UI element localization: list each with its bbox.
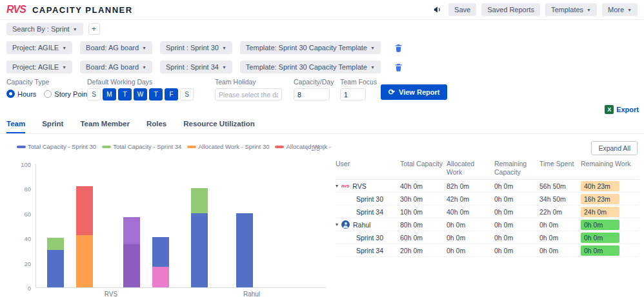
template-dropdown[interactable]: Template: Sprint 30 Capacity Template▼ bbox=[240, 61, 381, 73]
legend-swatch bbox=[187, 146, 196, 148]
filter-row-sprint-34: Project: AGILE▼ Board: AG board▼ Sprint … bbox=[6, 61, 403, 73]
y-axis-tick: 80 bbox=[0, 186, 31, 193]
template-label: Template: Sprint 30 Capacity Template bbox=[246, 63, 367, 71]
legend-item-total-capacity-sprint-34[interactable]: Total Capacity - Sprint 34 bbox=[102, 143, 181, 150]
remaining-capacity-cell: 0h 0m bbox=[494, 234, 539, 242]
legend-prev-arrow[interactable]: ‹ bbox=[306, 144, 308, 152]
table-row: Sprint 3060h 0m0h 0m0h 0m0h 0m0h 0m bbox=[336, 231, 639, 244]
capacity-per-day-label: Capacity/Day bbox=[294, 78, 334, 86]
caret-down-icon[interactable]: ▾ bbox=[336, 183, 338, 189]
legend-next-arrow[interactable]: › bbox=[323, 144, 325, 152]
total-capacity-cell: 20h 0m bbox=[400, 247, 447, 254]
app-logo: RVS bbox=[6, 4, 26, 15]
excel-icon: X bbox=[605, 105, 614, 114]
legend-item-total-capacity-sprint-30[interactable]: Total Capacity - Sprint 30 bbox=[17, 143, 96, 150]
view-report-button[interactable]: ⟳ View Report bbox=[381, 84, 447, 100]
bar-time-spent-segment bbox=[123, 244, 140, 287]
caret-down-icon[interactable]: ▾ bbox=[336, 222, 338, 227]
chevron-down-icon: ▼ bbox=[370, 65, 375, 70]
tab-resource-utilization[interactable]: Resource Utilization bbox=[183, 120, 255, 133]
day-button-1[interactable]: M bbox=[103, 88, 116, 101]
legend-label: Total Capacity - Sprint 30 bbox=[28, 143, 96, 150]
more-button[interactable]: More▼ bbox=[602, 3, 638, 16]
trash-icon[interactable] bbox=[394, 62, 403, 72]
chevron-down-icon: ▼ bbox=[62, 65, 66, 70]
sprint-label: Sprint : Sprint 30 bbox=[166, 44, 219, 52]
bar-allocated-work-segment bbox=[76, 235, 93, 287]
y-axis-tick: 20 bbox=[0, 260, 31, 267]
capacity-type-label: Capacity Type bbox=[6, 78, 93, 86]
bar-remaining-capacity-segment bbox=[236, 213, 253, 287]
trash-icon[interactable] bbox=[394, 43, 403, 53]
time-spent-cell: 0h 0m bbox=[539, 247, 581, 254]
column-header-remaining-capacity: Remaining Capacity bbox=[494, 160, 539, 176]
y-axis-tick: 100 bbox=[0, 161, 31, 168]
export-button[interactable]: X Export bbox=[605, 105, 639, 114]
expand-all-button[interactable]: Expand All bbox=[591, 141, 638, 155]
templates-button[interactable]: Templates▼ bbox=[545, 3, 597, 16]
capacity-planner-app: RVS Capacity Planner Save Saved Reports … bbox=[0, 0, 644, 297]
tab-team-member[interactable]: Team Member bbox=[80, 120, 129, 133]
day-button-2[interactable]: T bbox=[118, 88, 132, 101]
column-header-remaining-work: Remaining Work bbox=[581, 160, 635, 168]
sprint-dropdown[interactable]: Sprint : Sprint 34▼ bbox=[160, 61, 232, 73]
sprint-label: Sprint : Sprint 34 bbox=[166, 63, 219, 71]
tab-roles[interactable]: Roles bbox=[146, 120, 166, 133]
table-body: ▾RVSRVS40h 0m82h 0m0h 0m56h 50m40h 23mSp… bbox=[336, 180, 639, 257]
project-dropdown[interactable]: Project: AGILE▼ bbox=[6, 61, 72, 73]
bar-time-spent-segment bbox=[123, 217, 140, 244]
team-holiday-input[interactable] bbox=[215, 88, 282, 101]
x-axis-label: Rahul bbox=[226, 291, 277, 297]
column-header-user: User bbox=[336, 160, 400, 168]
tab-team[interactable]: Team bbox=[6, 120, 25, 133]
remaining-work-highlight: 24h 0m bbox=[581, 207, 619, 217]
team-focus-input[interactable] bbox=[340, 88, 366, 101]
column-header-time-spent: Time Spent bbox=[539, 160, 581, 168]
megaphone-icon[interactable] bbox=[432, 4, 443, 15]
remaining-capacity-cell: 0h 0m bbox=[494, 247, 539, 254]
remaining-capacity-cell: 0h 0m bbox=[494, 208, 539, 216]
project-dropdown[interactable]: Project: AGILE▼ bbox=[6, 41, 72, 54]
template-dropdown[interactable]: Template: Sprint 30 Capacity Template▼ bbox=[240, 41, 381, 54]
save-button[interactable]: Save bbox=[448, 3, 476, 16]
capacity-type-options: HoursStory Points bbox=[6, 90, 93, 98]
project-label: Project: AGILE bbox=[12, 44, 59, 52]
allocated-work-cell: 82h 0m bbox=[447, 182, 494, 190]
templates-label: Templates bbox=[551, 6, 583, 14]
radio-option-hours[interactable]: Hours bbox=[6, 90, 36, 98]
tab-sprint[interactable]: Sprint bbox=[42, 120, 63, 133]
column-header-total-capacity: Total Capacity bbox=[400, 160, 447, 168]
user-cell: Sprint 30 bbox=[336, 195, 400, 203]
saved-reports-button[interactable]: Saved Reports bbox=[481, 3, 540, 16]
user-cell: ▾RVSRVS bbox=[336, 182, 400, 190]
user-cell: Sprint 34 bbox=[336, 247, 400, 254]
day-button-0[interactable]: S bbox=[87, 88, 101, 101]
remaining-work-highlight: 16h 23m bbox=[581, 194, 619, 204]
user-avatar bbox=[341, 220, 350, 229]
board-label: Board: AG board bbox=[86, 63, 139, 71]
search-by-dropdown[interactable]: Search By : Sprint▼ bbox=[6, 23, 83, 35]
board-dropdown[interactable]: Board: AG board▼ bbox=[80, 61, 152, 73]
time-spent-cell: 34h 50m bbox=[539, 195, 581, 203]
day-button-5[interactable]: F bbox=[165, 88, 178, 101]
bar-total-capacity-segment bbox=[47, 238, 64, 250]
sprint-dropdown[interactable]: Sprint : Sprint 30▼ bbox=[160, 41, 232, 54]
day-button-3[interactable]: W bbox=[134, 88, 147, 101]
export-label: Export bbox=[616, 106, 639, 113]
capacity-type-group: Capacity Type HoursStory Points bbox=[6, 78, 93, 98]
table-row: ▾Rahul80h 0m0h 0m0h 0m0h 0m0h 0m bbox=[336, 218, 639, 231]
capacity-per-day-input[interactable] bbox=[294, 88, 330, 101]
filter-row-sprint-30: Project: AGILE▼ Board: AG board▼ Sprint … bbox=[6, 41, 403, 54]
day-button-4[interactable]: T bbox=[149, 88, 163, 101]
board-dropdown[interactable]: Board: AG board▼ bbox=[80, 41, 152, 54]
day-button-6[interactable]: S bbox=[180, 88, 194, 101]
capacity-per-day-group: Capacity/Day bbox=[294, 78, 334, 101]
legend-item-allocated-work-sprint-30[interactable]: Allocated Work - Sprint 30 bbox=[187, 143, 269, 150]
report-tabs: TeamSprintTeam MemberRolesResource Utili… bbox=[6, 120, 255, 133]
remaining-work-highlight: 40h 23m bbox=[581, 181, 619, 191]
chevron-down-icon: ▼ bbox=[370, 46, 375, 50]
search-by-label: Search By : Sprint bbox=[12, 25, 70, 33]
add-filter-row-button[interactable]: + bbox=[88, 23, 100, 35]
legend-label: Total Capacity - Sprint 34 bbox=[113, 143, 181, 150]
radio-option-story-points[interactable]: Story Points bbox=[44, 90, 92, 98]
